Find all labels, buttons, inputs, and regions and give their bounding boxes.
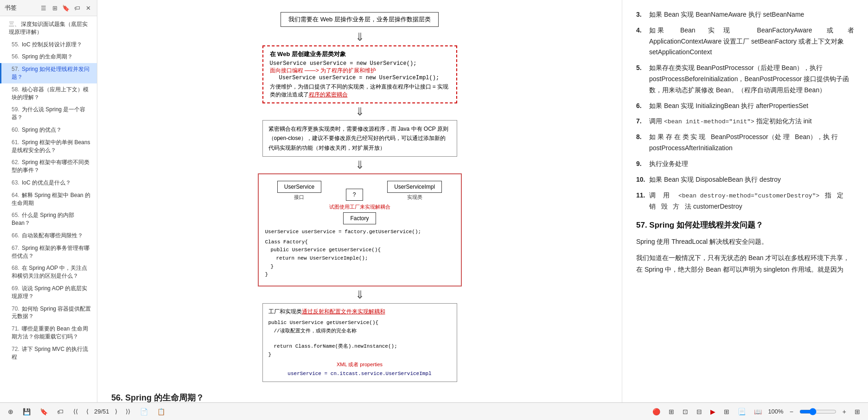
main-content: 我们需要在 Web 层操作业务层，业务层操作数据层类 ⇓ 在 Web 层创建业务…	[97, 0, 868, 420]
ocp-box: 紧密耦合在程序更换实现类时，需要修改源程序，而 Java 中有 OCP 原则（o…	[262, 120, 457, 157]
lifecycle-item-5: 5. 如果存在类实现 BeanPostProcessor（后处理 Bean），执…	[636, 63, 854, 95]
lifecycle-item-3: 3. 如果 Bean 实现 BeanNameAware 执行 setBeanNa…	[636, 9, 854, 20]
tag-btn[interactable]: 🏷	[55, 407, 66, 416]
sidebar-item-69[interactable]: 69. 说说 Spring AOP 的底层实现原理？	[0, 282, 97, 303]
tool-grid[interactable]: ⊞	[721, 407, 732, 416]
lifecycle-items: 3. 如果 Bean 实现 BeanNameAware 执行 setBeanNa…	[636, 9, 854, 212]
sidebar-item-61[interactable]: 61. Spring 框架中的单例 Beans 是线程安全的么？	[0, 136, 97, 157]
sidebar-item-59[interactable]: 59. 为什么说 Spring 是一个容器？	[0, 103, 97, 124]
tool-fit[interactable]: ⊡	[680, 407, 690, 416]
section-56-title: 56. Spring 的生命周期？	[111, 392, 608, 403]
bottom-box-title: 工厂和实现类通过反射和配置文件来实现解耦和	[268, 307, 451, 316]
factory-interface-label: 接口	[294, 194, 304, 201]
top-box: 我们需要在 Web 层操作业务层，业务层操作数据层类	[281, 12, 439, 27]
web-layer-box: 在 Web 层创建业务层类对象 UserService userService …	[262, 45, 457, 103]
tool-spread[interactable]: ⊟	[694, 407, 704, 416]
bottom-code-box: 工厂和实现类通过反射和配置文件来实现解耦和 public UserService…	[262, 303, 457, 382]
sidebar-item-62[interactable]: 62. Spring 框架中有哪些不同类型的事件？	[0, 156, 97, 177]
factory-center: 试图使用工厂来实现解耦合 Factory	[265, 204, 454, 224]
factory-code-block: UserService userService = factory.getUse…	[265, 228, 454, 279]
section-57-title: 57. Spring 如何处理线程并发问题？	[636, 220, 854, 230]
sidebar-item-68[interactable]: 68. 在 Spring AOP 中，关注点和横切关注的区别是什么？	[0, 262, 97, 282]
box1-line1: UserService userService = new UserServic…	[270, 60, 450, 67]
page-indicator: 29/51	[94, 408, 109, 415]
nav-last[interactable]: ⟩⟩	[123, 407, 133, 416]
save-btn[interactable]: 💾	[20, 407, 33, 416]
sidebar-item-70[interactable]: 70. 如何给 Spring 容器提供配置元数据？	[0, 303, 97, 323]
nav-prev[interactable]: ⟨	[83, 407, 91, 416]
lifecycle-item-9: 9. 执行业务处理	[636, 159, 854, 170]
tool-copy[interactable]: ⊞	[666, 407, 677, 416]
sidebar-item-64[interactable]: 64. 解释 Spring 框架中 Bean 的生命周期	[0, 189, 97, 210]
sidebar-item-71[interactable]: 71. 哪些是重要的 Bean 生命周期方法？你能重载它们吗？	[0, 323, 97, 343]
sidebar-item-0[interactable]: 三、深度知识面试题集（底层实现原理详解）	[0, 18, 97, 38]
bookmark-btn[interactable]: 🔖	[38, 407, 50, 416]
right-para-1: Spring 使用 ThreadLocal 解决线程安全问题。	[636, 236, 854, 248]
doc2-btn[interactable]: 📋	[155, 407, 167, 416]
sidebar: 书签 ☰ ⊞ 🔖 🏷 ✕ 三、深度知识面试题集（底层实现原理详解） 55. Io…	[0, 0, 97, 420]
share-btn[interactable]: ⊕	[6, 407, 16, 416]
lifecycle-item-11: 11. 调 用 <bean destroy-method="customerDe…	[636, 190, 854, 212]
bottom-right-tools: 🔴 ⊞ ⊡ ⊟ ▶ ⊞ 📃 📖 100% − + ⊞	[650, 407, 862, 416]
sidebar-item-67[interactable]: 67. Spring 框架的事务管理有哪些优点？	[0, 242, 97, 262]
zoom-out-btn[interactable]: −	[787, 407, 796, 416]
sidebar-icon-tag[interactable]: 🏷	[73, 4, 81, 12]
nav-first[interactable]: ⟨⟨	[70, 407, 81, 416]
factory-top-row: UserService 接口 ? UserServiceImpl 实现类	[265, 181, 454, 201]
box1-line2: 面向接口编程 ——> 为了程序的扩展和维护	[270, 67, 450, 75]
xml-note: XML 或者 properties	[268, 361, 451, 369]
sidebar-icon-bookmark[interactable]: 🔖	[62, 4, 70, 12]
factory-impl-box: UserServiceImpl	[387, 181, 442, 193]
factory-question-box: ?	[346, 189, 363, 201]
sidebar-list: 三、深度知识面试题集（底层实现原理详解） 55. IoC 控制反转设计原理？ 5…	[0, 16, 97, 420]
factory-impl-label: 实现类	[407, 194, 422, 201]
factory-diagram: UserService 接口 ? UserServiceImpl 实现类	[258, 173, 462, 286]
nav-next[interactable]: ⟩	[112, 407, 120, 416]
sidebar-item-65[interactable]: 65. 什么是 Spring 的内部 Bean？	[0, 209, 97, 229]
sidebar-item-66[interactable]: 66. 自动装配有哪些局限性？	[0, 229, 97, 242]
bottom-code: public UserService getUserService(){ //读…	[268, 319, 451, 359]
zoom-level: 100%	[768, 408, 783, 415]
box1-title: 在 Web 层创建业务层类对象	[270, 50, 450, 58]
right-para-2: 我们知道在一般情况下，只有无状态的 Bean 才可以在多线程环境下共享，在 Sp…	[636, 252, 854, 275]
zoom-in-btn[interactable]: +	[840, 407, 849, 416]
zoom-slider[interactable]	[799, 408, 836, 415]
lifecycle-item-7: 7. 调用 <bean init-method="init"> 指定初始化方法 …	[636, 116, 854, 127]
sidebar-icon-grid[interactable]: ⊞	[51, 4, 59, 12]
arrow-4: ⇓	[111, 289, 608, 300]
sidebar-close-btn[interactable]: ✕	[84, 4, 92, 12]
arrow-2: ⇓	[111, 106, 608, 117]
content-left: 我们需要在 Web 层操作业务层，业务层操作数据层类 ⇓ 在 Web 层创建业务…	[97, 0, 622, 420]
sidebar-item-60[interactable]: 60. Spring 的优点？	[0, 124, 97, 136]
arrow-3: ⇓	[111, 159, 608, 171]
sidebar-item-58[interactable]: 58. 核心容器（应用上下文）模块的理解？	[0, 83, 97, 104]
sidebar-item-57[interactable]: 57. Spring 如何处理线程并发问题？	[0, 63, 97, 83]
lifecycle-item-6: 6. 如果 Bean 实现 InitializingBean 执行 afterP…	[636, 101, 854, 112]
box1-line3: UserService userService = new UserServic…	[270, 75, 450, 81]
sidebar-item-56[interactable]: 56. Spring 的生命周期？	[0, 51, 97, 63]
sidebar-item-55[interactable]: 55. IoC 控制反转设计原理？	[0, 38, 97, 51]
sidebar-icon-list[interactable]: ☰	[39, 4, 48, 12]
tool-page[interactable]: 📃	[735, 407, 748, 416]
lifecycle-item-4: 4. 如 果 Bean 实 现 BeanFactoryAware 或 者 App…	[636, 25, 854, 58]
arrow-1: ⇓	[111, 32, 608, 43]
sidebar-title: 书签	[5, 4, 17, 12]
box1-line4: 方便维护，为借口提供了不同的实现类，这种直接在程序中让接口 = 实现类的做法造成…	[270, 83, 450, 99]
fit-width-btn[interactable]: ⊞	[852, 407, 862, 416]
content-right: 3. 如果 Bean 实现 BeanNameAware 执行 setBeanNa…	[622, 0, 868, 420]
factory-note-red: 试图使用工厂来实现解耦合	[329, 204, 390, 210]
sidebar-header-icons: ☰ ⊞ 🔖 🏷 ✕	[39, 4, 92, 12]
tool-book[interactable]: 📖	[752, 407, 764, 416]
lifecycle-item-10: 10. 如果 Bean 实现 DisposableBean 执行 destroy	[636, 174, 854, 185]
factory-userservice-box: UserService	[277, 181, 321, 193]
page-navigation: ⟨⟨ ⟨ 29/51 ⟩ ⟩⟩	[70, 407, 133, 416]
sidebar-header: 书签 ☰ ⊞ 🔖 🏷 ✕	[0, 0, 97, 16]
tool-red[interactable]: 🔴	[650, 407, 663, 416]
doc-btn[interactable]: 📄	[138, 407, 150, 416]
sidebar-item-63[interactable]: 63. IoC 的优点是什么？	[0, 177, 97, 189]
xml-code: userService = cn.itcast.service.UserServ…	[268, 370, 451, 378]
sidebar-item-72[interactable]: 72. 讲下 Spring MVC 的执行流程	[0, 343, 97, 363]
tool-play[interactable]: ▶	[708, 407, 718, 416]
factory-box-label: Factory	[343, 212, 376, 224]
lifecycle-item-8: 8. 如 果 存 在 类 实 现 BeanPostProcessor（处 理 B…	[636, 132, 854, 154]
